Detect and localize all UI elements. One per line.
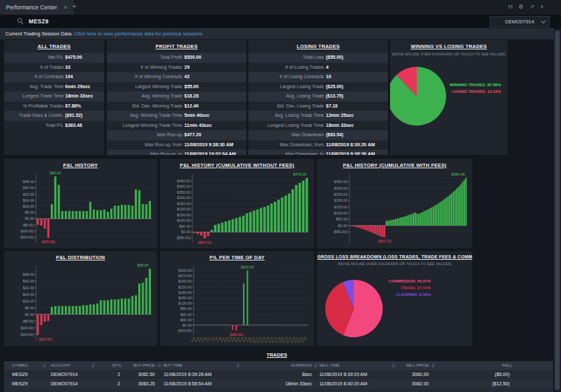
stat-value: 42 (184, 72, 190, 82)
svg-text:($50.00): ($50.00) (177, 236, 191, 240)
legend-entry: LOSING TRADES: 12.12% (449, 88, 501, 95)
chart-title: P&L HISTORY (CUMULATIVE WITH FEES) (317, 162, 472, 168)
stat-value: $18.28 (184, 91, 198, 102)
new-tab-button[interactable]: + (72, 2, 76, 10)
panel-subtitle: (MOVE MOUSE OVER DIAGRAMS OR TOUCH TO SE… (317, 262, 472, 266)
sort-icon[interactable] (237, 364, 239, 367)
table-row[interactable] (4, 389, 553, 392)
stat-row: Avg. Winning Trade$18.28 (107, 91, 246, 102)
winning-vs-losing-pie-chart[interactable] (390, 64, 508, 151)
column-header: ACCOUNT (51, 361, 71, 370)
stat-row: # of Losing Contracts10 (248, 72, 388, 82)
chart-title: GROSS LOSS BREAKDOWN (LOSS TRADES, TRADE… (317, 254, 472, 259)
stat-value: ($13.75) (326, 91, 343, 102)
stat-label: # of Contracts (7, 72, 63, 82)
losing-trades-panel: LOSING TRADES Total Loss($55.00)# of Los… (248, 40, 388, 155)
stat-value: ($91.52) (65, 111, 83, 121)
stat-label: Longest Winning Trade Time (110, 121, 182, 131)
pl-time-of-day-chart[interactable]: $300.00$270.00$240.00$210.00$180.00$150.… (160, 262, 314, 345)
stat-row: Net P/L$475.00 (4, 53, 104, 63)
stat-row: Longest Trade Time18min 33sec (4, 91, 104, 102)
sort-icon[interactable] (43, 364, 45, 367)
pie-legend: COMMISSION: 56.07%TRADE: 37.54%CLEARING:… (389, 278, 431, 298)
stat-label: Total P/L (7, 121, 63, 131)
svg-text:$0.00: $0.00 (181, 230, 190, 234)
help-icon[interactable]: H (508, 3, 512, 11)
previous-sessions-link[interactable]: Click here to view performance data for … (74, 31, 202, 37)
stat-row: Trade Fees & Comm.($91.52) (4, 111, 104, 121)
buy-price-cell: 3082.50 (138, 370, 155, 379)
stat-row: Avg. Losing Trade Time12min 25sec (248, 111, 388, 121)
sort-icon[interactable] (432, 364, 434, 367)
settings-gear-icon[interactable]: ⚙ (518, 3, 524, 11)
pl-cumulative-nofees-chart[interactable]: $450.00$400.00$350.00$300.00$250.00$200.… (160, 170, 314, 248)
stat-value: 104 (65, 72, 73, 82)
stat-label: # of Winning Contracts (110, 72, 182, 82)
stat-label: Avg. Winning Trade Time (110, 111, 182, 121)
stat-label: Avg. Losing Trade (251, 91, 324, 102)
window-close-icon[interactable]: × (540, 3, 544, 11)
popout-icon[interactable]: ↗ (530, 3, 534, 11)
stat-row: Max Run-up, to11/08/2019 10:02:04 AM (107, 150, 246, 155)
stat-value: 87.88% (65, 102, 81, 112)
trades-table-header[interactable]: SYMBOLACCOUNTQTYBUY PRICEBUY TIMEDURATIO… (4, 361, 553, 370)
pl-cumulative-fees-chart[interactable]: $350.00$300.00$250.00$200.00$150.00$100.… (317, 170, 472, 248)
panel-title: PROFIT TRADES (107, 43, 246, 49)
svg-text:$250.00: $250.00 (177, 202, 190, 206)
table-row[interactable]: MESZ9DEMO0791423082.5011/08/2019 8:39:28… (4, 370, 553, 379)
svg-text:$400.00: $400.00 (177, 184, 190, 188)
stat-label: Avg. Losing Trade Time (251, 111, 324, 121)
stat-label: Longest Trade Time (7, 91, 63, 102)
pl-distribution-chart[interactable]: $48.00$40.00$32.00$24.00$16.00$8.00$0.00… (4, 262, 157, 345)
svg-text:$48.00: $48.00 (23, 272, 34, 276)
session-info-text: Current Trading Session Data. (5, 31, 74, 37)
stat-label: Max Run-up, to (110, 150, 182, 155)
sort-icon[interactable] (119, 364, 121, 367)
qty-cell: 2 (118, 370, 120, 379)
symbol-input[interactable]: MESZ9 (29, 18, 49, 25)
svg-text:$40.00: $40.00 (23, 186, 34, 190)
stat-row: Max Run-up$477.20 (107, 130, 246, 140)
sort-icon[interactable] (158, 364, 160, 367)
stat-value: 11/08/2019 8:39:20 AM (326, 140, 375, 150)
buy-price-cell: 3083.25 (138, 379, 155, 389)
svg-text:$16.00: $16.00 (23, 204, 34, 208)
stat-row: Avg. Trade Time6min 29sec (4, 82, 104, 92)
performance-center-window: Performance Center × + H ⚙ ↗ × MESZ9 DEM… (0, 0, 561, 392)
winning-vs-losing-panel: WINNING VS LOSING TRADES (MOVE MOUSE OVE… (390, 40, 508, 155)
account-dropdown[interactable]: DEMO07914 (490, 16, 550, 27)
stat-label: Max Drawdown, from (251, 140, 324, 150)
svg-text:$0.00: $0.00 (25, 313, 34, 317)
svg-text:($16.00): ($16.00) (21, 229, 35, 233)
search-icon (17, 18, 23, 24)
svg-text:$32.00: $32.00 (23, 286, 34, 290)
tab-close-icon[interactable]: × (64, 4, 67, 11)
sort-icon[interactable] (510, 364, 512, 367)
svg-text:$120.00: $120.00 (178, 301, 192, 305)
vertical-scrollbar[interactable] (554, 29, 561, 392)
svg-text:$350.00: $350.00 (334, 180, 347, 184)
svg-text:$8.00: $8.00 (25, 306, 34, 310)
svg-text:$55.00: $55.00 (49, 171, 61, 175)
stat-label: Net P/L (7, 53, 63, 63)
stat-value: $477.20 (184, 130, 201, 140)
symbol-cell: MESZ9 (12, 370, 27, 379)
tab-performance-center[interactable]: Performance Center × (0, 0, 73, 15)
profit-trades-stats: Total Profit$530.00# of Winning Trades29… (107, 53, 246, 155)
stat-row: # of Trades33 (4, 63, 104, 73)
sort-icon[interactable] (315, 364, 317, 367)
scrollbar-thumb[interactable] (555, 31, 560, 390)
tab-label: Performance Center (6, 4, 57, 11)
sort-icon[interactable] (92, 364, 94, 367)
svg-text:($8.00): ($8.00) (23, 319, 35, 323)
legend-entry: CLEARING: 6.39% (389, 291, 431, 298)
sort-icon[interactable] (393, 364, 395, 367)
stat-row: Largest Winning Trade$55.00 (107, 82, 246, 92)
pl-history-chart[interactable]: $48.00$40.00$32.00$24.00$16.00$8.00$0.00… (4, 170, 157, 248)
svg-text:$350.00: $350.00 (177, 190, 190, 194)
table-row[interactable]: MESZ9DEMO0791423083.2511/08/2019 8:58:54… (4, 379, 553, 389)
column-header: SYMBOL (12, 361, 29, 370)
sell-time-cell: 11/08/2019 8:40:20 AM (319, 379, 367, 389)
svg-text:$50.00: $50.00 (336, 217, 347, 221)
symbol-search-bar[interactable]: MESZ9 DEMO07914 (0, 15, 561, 28)
